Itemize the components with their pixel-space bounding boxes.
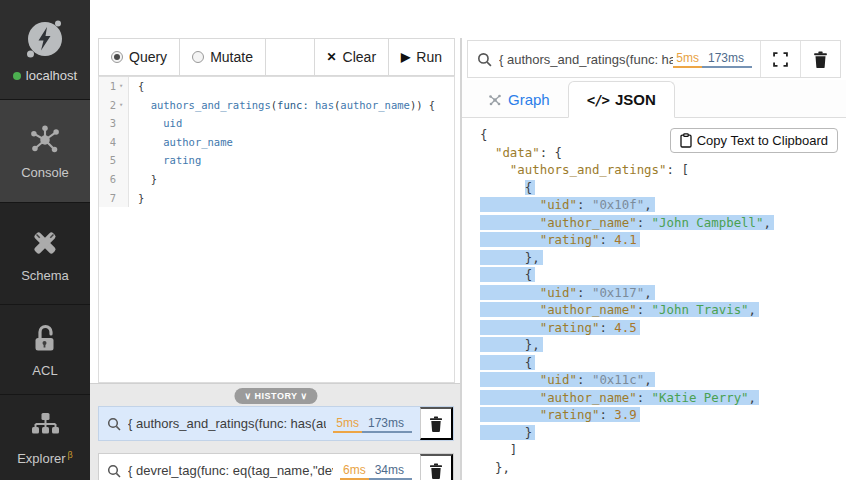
sidebar-item-acl[interactable]: ACL xyxy=(0,305,90,395)
clear-result-button[interactable] xyxy=(801,41,840,77)
schema-tools-icon xyxy=(27,225,63,261)
json-line: "author_name": "Katie Perry", xyxy=(480,389,846,407)
code-icon: </> xyxy=(587,92,609,108)
query-editor[interactable]: 1▾{2▾ authors_and_ratings(func: has(auth… xyxy=(98,76,455,383)
json-result-view[interactable]: { "data": { "authors_and_ratings": [ { "… xyxy=(462,118,846,480)
unlocked-padlock-icon xyxy=(28,322,62,356)
json-line: "authors_and_ratings": [ xyxy=(480,161,846,179)
json-line: "rating": 3.9 xyxy=(480,406,846,424)
json-line: "author_name": "John Travis", xyxy=(480,301,846,319)
sidebar-item-label: Console xyxy=(21,165,69,180)
trash-icon xyxy=(429,463,443,479)
result-query-text: { authors_and_ratings(func: has(aut… xyxy=(499,52,673,67)
run-play-icon: ▶ xyxy=(401,50,410,64)
search-icon xyxy=(107,417,121,431)
code-line: 7} xyxy=(99,189,454,208)
json-line: "uid": "0x10f", xyxy=(480,196,846,214)
code-line: 4 author_name xyxy=(99,133,454,152)
sidebar-item-label: ACL xyxy=(32,363,57,378)
sidebar-item-label: Explorerβ xyxy=(17,450,73,466)
json-line: "rating": 4.1 xyxy=(480,231,846,249)
result-query-bar: { authors_and_ratings(func: has(aut… 5ms… xyxy=(467,40,841,78)
result-panel: { authors_and_ratings(func: has(aut… 5ms… xyxy=(462,0,846,480)
json-line: } xyxy=(480,424,846,442)
sidebar-item-explorer[interactable]: Explorerβ xyxy=(0,395,90,480)
json-line: "rating": 4.5 xyxy=(480,319,846,337)
query-toolbar: Query Mutate ✕ Clear ▶ Run xyxy=(98,38,455,76)
search-icon xyxy=(107,464,121,478)
tab-json[interactable]: </> JSON xyxy=(568,81,675,118)
hierarchy-icon xyxy=(28,409,62,443)
latency-badge: 5ms173ms xyxy=(333,415,412,433)
json-line: }, xyxy=(480,459,846,477)
clear-x-icon: ✕ xyxy=(327,50,337,64)
mutate-mode-radio[interactable]: Mutate xyxy=(179,38,266,76)
run-button[interactable]: ▶ Run xyxy=(388,38,455,76)
sidebar-item-label: Schema xyxy=(21,268,69,283)
code-line: 5 rating xyxy=(99,151,454,170)
json-line: "uid": "0x117", xyxy=(480,284,846,302)
latency-badge: 6ms34ms xyxy=(340,462,412,480)
beta-badge: β xyxy=(68,450,73,460)
json-line: }, xyxy=(480,249,846,267)
ratel-console-page: localhost Console xyxy=(0,0,846,480)
tab-graph[interactable]: Graph xyxy=(470,82,568,117)
code-line: 1▾{ xyxy=(99,77,454,96)
json-line: }, xyxy=(480,336,846,354)
query-mode-radio[interactable]: Query xyxy=(98,38,180,76)
toolbar-spacer xyxy=(265,38,315,76)
sidebar: localhost Console xyxy=(0,0,90,480)
code-line: 6 } xyxy=(99,170,454,189)
trash-icon xyxy=(429,416,443,432)
radio-selected-icon xyxy=(111,51,123,63)
history-item-query[interactable]: { devrel_tag(func: eq(tag_name,"devrel… … xyxy=(99,454,420,480)
json-line: { xyxy=(480,179,846,197)
clear-button[interactable]: ✕ Clear xyxy=(314,38,390,76)
history-section: ∨ HISTORY ∨ { authors_and_ratings(func: … xyxy=(90,383,462,480)
history-item: { authors_and_ratings(func: has(author… … xyxy=(98,406,454,441)
radio-unselected-icon xyxy=(192,51,204,63)
json-line: "author_name": "John Campbell", xyxy=(480,214,846,232)
json-line: { xyxy=(480,354,846,372)
fullscreen-button[interactable] xyxy=(761,41,800,77)
graph-network-icon xyxy=(27,122,63,158)
history-toggle[interactable]: ∨ HISTORY ∨ xyxy=(234,388,317,404)
history-item-query[interactable]: { authors_and_ratings(func: has(author… … xyxy=(99,407,420,440)
latency-badge: 5ms173ms xyxy=(673,50,752,68)
sidebar-item-console[interactable]: Console xyxy=(0,100,90,203)
clipboard-icon xyxy=(680,133,692,148)
json-line: "uid": "0x11c", xyxy=(480,371,846,389)
copy-to-clipboard-button[interactable]: Copy Text to Clipboard xyxy=(670,128,838,153)
dgraph-logo-icon xyxy=(22,16,68,62)
connection-status-dot xyxy=(13,72,21,80)
fullscreen-icon xyxy=(773,52,788,67)
code-line: 3 uid xyxy=(99,114,454,133)
search-icon xyxy=(468,52,492,67)
connection-host-label: localhost xyxy=(26,68,77,83)
code-line: 2▾ authors_and_ratings(func: has(author_… xyxy=(99,96,454,115)
json-line: ] xyxy=(480,441,846,459)
graph-network-icon xyxy=(488,93,502,107)
sidebar-connection[interactable]: localhost xyxy=(0,0,90,100)
query-panel: Query Mutate ✕ Clear ▶ Run 1▾{2▾ authors… xyxy=(90,0,462,480)
trash-icon xyxy=(813,51,828,68)
sidebar-item-schema[interactable]: Schema xyxy=(0,203,90,305)
delete-history-button[interactable] xyxy=(420,407,453,440)
json-line: { xyxy=(480,266,846,284)
history-item: { devrel_tag(func: eq(tag_name,"devrel… … xyxy=(98,453,454,480)
delete-history-button[interactable] xyxy=(420,454,453,480)
result-tabs: Graph </> JSON xyxy=(462,80,846,118)
